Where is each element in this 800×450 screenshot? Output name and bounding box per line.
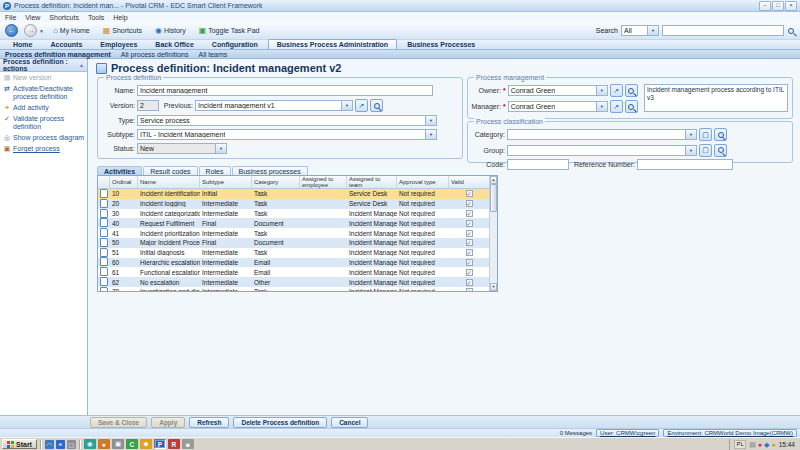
quick-launch-button[interactable]: ▢ (67, 440, 76, 449)
nav-tab[interactable]: Employees (92, 40, 145, 49)
menu-item[interactable]: Help (113, 14, 127, 21)
table-row[interactable]: 41 Incident prioritization Intermediate … (98, 228, 489, 238)
table-row[interactable]: 62 No escalation Intermediate Other Inci… (98, 277, 489, 287)
taskbar-app-button[interactable]: ◉ (84, 439, 96, 449)
manager-select[interactable]: Conrad Green (508, 101, 608, 112)
nav-tab[interactable]: Business Process Administration (268, 39, 397, 49)
search-owner-button[interactable] (625, 84, 638, 97)
scroll-down-arrow[interactable]: ▼ (490, 283, 497, 291)
footer-button[interactable]: Apply (151, 417, 185, 428)
reference-number-field[interactable] (637, 159, 733, 170)
footer-button[interactable]: Delete Process definition (233, 417, 327, 428)
name-field[interactable] (137, 85, 433, 96)
table-row[interactable]: 40 Request Fulfilment Final Document Inc… (98, 218, 489, 228)
column-header[interactable]: Ordinal (110, 176, 138, 188)
search-scope-select[interactable]: All (621, 25, 659, 36)
code-field[interactable] (507, 159, 569, 170)
category-select[interactable] (507, 129, 697, 140)
search-record-button[interactable] (370, 99, 383, 112)
column-header[interactable]: Assigned to employee (300, 176, 347, 188)
table-row[interactable]: 10 Incident identification Initial Task … (98, 189, 489, 199)
vertical-scrollbar[interactable]: ▲ ▼ (489, 176, 497, 291)
new-group-button[interactable]: ▢ (699, 144, 712, 157)
sidebar-action-item[interactable]: + Add activity (0, 102, 87, 113)
group-select[interactable] (507, 145, 697, 156)
description-textarea[interactable]: Incident management process according to… (644, 84, 788, 112)
tray-icon[interactable]: ◆ (764, 441, 769, 448)
menu-item[interactable]: Tools (88, 14, 104, 21)
column-header[interactable]: Category (252, 176, 300, 188)
search-input[interactable] (662, 25, 784, 36)
column-header[interactable] (98, 176, 110, 188)
previous-version-select[interactable]: Incident management v1 (195, 100, 353, 111)
environment-badge[interactable]: Environment: CRMWorld Demo Image(CRMW) (663, 429, 797, 437)
open-manager-button[interactable]: ↗ (610, 100, 623, 113)
tray-icon[interactable]: ● (758, 441, 762, 448)
nav-tab[interactable]: Back Office (147, 40, 202, 49)
user-badge[interactable]: User: CRMW\cgreen (596, 429, 659, 437)
column-header[interactable]: Subtype (200, 176, 252, 188)
taskbar-app-button[interactable]: C (126, 439, 138, 449)
collapse-sidebar-icon[interactable]: ▲ (79, 62, 84, 68)
toolbar-button[interactable]: ▦ Shortcuts (100, 26, 145, 36)
owner-select[interactable]: Conrad Green (508, 85, 608, 96)
search-icon[interactable] (787, 27, 795, 35)
taskbar-app-button[interactable]: R (168, 439, 180, 449)
subtype-select[interactable]: ITIL - Incident Management (137, 129, 437, 140)
table-row[interactable]: 61 Functional escalation Intermediate Em… (98, 267, 489, 277)
sidebar-action-item[interactable]: ⇄ Activate/Deactivate process definition (0, 83, 87, 102)
sidebar-action-item[interactable]: ▣ Forget process (0, 143, 87, 154)
toolbar-button[interactable]: ◉ History (152, 26, 189, 36)
column-header[interactable]: Assigned to team (347, 176, 397, 188)
quick-launch-button[interactable]: e (56, 440, 65, 449)
new-category-button[interactable]: ▢ (699, 128, 712, 141)
footer-button[interactable]: Refresh (189, 417, 229, 428)
toolbar-button[interactable]: ⌂ My Home (50, 26, 93, 36)
menu-item[interactable]: File (5, 14, 16, 21)
footer-button[interactable]: Cancel (331, 417, 368, 428)
subnav-item[interactable]: All process definitions (121, 51, 189, 58)
menu-item[interactable]: Shortcuts (49, 14, 79, 21)
taskbar-app-button[interactable]: ■ (182, 439, 194, 449)
table-row[interactable]: 51 Initial diagnosis Intermediate Task I… (98, 248, 489, 258)
back-button[interactable]: ← (5, 24, 18, 37)
taskbar-app-button[interactable]: P (154, 439, 166, 449)
table-row[interactable]: 50 Major Incident Procedure Final Docume… (98, 238, 489, 248)
menu-item[interactable]: View (25, 14, 40, 21)
start-button[interactable]: Start (2, 439, 37, 449)
toolbar-button[interactable]: ▣ Toggle Task Pad (196, 26, 263, 36)
scroll-up-arrow[interactable]: ▲ (490, 176, 497, 184)
sidebar-action-item[interactable]: ◎ Show process diagram (0, 132, 87, 143)
table-row[interactable]: 60 Hierarchic escalation Intermediate Em… (98, 258, 489, 268)
search-category-button[interactable] (714, 128, 727, 141)
scrollbar-thumb[interactable] (490, 184, 497, 212)
nav-dropdown-icon[interactable]: ▼ (39, 28, 44, 34)
search-manager-button[interactable] (625, 100, 638, 113)
taskbar-app-button[interactable]: ▣ (112, 439, 124, 449)
sidebar-action-item[interactable]: ✓ Validate process definition (0, 113, 87, 132)
nav-tab[interactable]: Accounts (42, 40, 90, 49)
footer-button[interactable]: Save & Close (90, 417, 147, 428)
tray-icon[interactable]: ▤ (749, 441, 756, 448)
nav-tab[interactable]: Configuration (204, 40, 266, 49)
open-owner-button[interactable]: ↗ (610, 84, 623, 97)
column-header[interactable]: Approval type (397, 176, 449, 188)
forward-button[interactable]: → (24, 24, 37, 37)
minimize-button[interactable]: – (759, 1, 771, 11)
tray-language-indicator[interactable]: PL (734, 440, 746, 449)
subnav-item[interactable]: Process definition management (5, 51, 111, 58)
sidebar-action-item[interactable]: ▤ New version (0, 72, 87, 83)
taskbar-app-button[interactable]: ◆ (140, 439, 152, 449)
quick-launch-button[interactable]: ◠ (45, 440, 54, 449)
open-record-button[interactable]: ↗ (355, 99, 368, 112)
subnav-item[interactable]: All teams (199, 51, 228, 58)
table-row[interactable]: 30 Incident categorization Intermediate … (98, 209, 489, 219)
search-group-button[interactable] (714, 144, 727, 157)
taskbar-app-button[interactable]: ● (98, 439, 110, 449)
table-row[interactable]: 20 Incident logging Intermediate Task Se… (98, 199, 489, 209)
table-row[interactable]: 70 Investigation and diagnosis Intermedi… (98, 287, 489, 291)
nav-tab[interactable]: Business Processes (399, 40, 483, 49)
column-header[interactable]: Name (138, 176, 200, 188)
close-button[interactable]: × (785, 1, 797, 11)
tray-icon[interactable]: ● (771, 441, 775, 448)
